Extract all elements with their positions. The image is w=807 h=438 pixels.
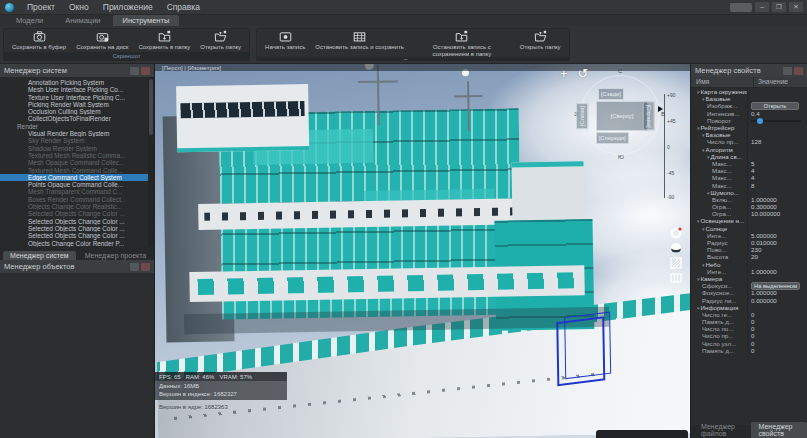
- system-list-item[interactable]: Textured Mesh Realistic Comma...: [0, 152, 148, 159]
- close-panel-button[interactable]: [141, 263, 150, 271]
- menu-item-1[interactable]: Проект: [20, 2, 62, 12]
- system-list-item[interactable]: Objects Change Color Render P...: [0, 240, 148, 247]
- property-row[interactable]: Фокусное...1.000000: [691, 289, 807, 296]
- system-list-item[interactable]: Render: [0, 123, 148, 130]
- film-grid-icon[interactable]: [670, 272, 682, 284]
- property-row[interactable]: Поворот: [691, 117, 807, 124]
- system-list-item[interactable]: CollectObjectsToFinalRender: [0, 115, 148, 122]
- ribbon-button-1-1[interactable]: Сохранить в буфер: [7, 29, 71, 52]
- system-list-item[interactable]: Picking Render Wait System: [0, 101, 148, 108]
- tab-2[interactable]: Менеджер свойств: [751, 422, 807, 438]
- record-camera-icon[interactable]: [670, 227, 682, 239]
- property-row[interactable]: ▾Солнце: [691, 225, 807, 232]
- property-row[interactable]: Число пр...128: [691, 138, 807, 145]
- menu-item-3[interactable]: Приложение: [96, 2, 160, 12]
- ribbon-button-2-3[interactable]: Остановить запись с сохранением в папку: [409, 29, 515, 57]
- property-row[interactable]: ▾Карта окружения: [691, 88, 807, 95]
- ribbon-tab-1[interactable]: Модели: [6, 15, 53, 26]
- tab-1[interactable]: Менеджер систем: [3, 251, 76, 260]
- property-row[interactable]: ▾Алгоритм: [691, 146, 807, 153]
- property-row[interactable]: Инте...1.000000: [691, 268, 807, 275]
- collapsed-panel-handle[interactable]: [596, 430, 688, 438]
- property-row[interactable]: ▾Длина св...: [691, 153, 807, 160]
- property-row[interactable]: Радиус0.010000: [691, 239, 807, 246]
- compass-face-back[interactable]: [Сзади]: [598, 88, 624, 100]
- property-row[interactable]: Число ге...0: [691, 311, 807, 318]
- viewport-3d[interactable]: [Персп] | [Изометрия] + ↺ С В Ю З [Сзади…: [155, 64, 690, 438]
- system-list-item[interactable]: Shadow Render System: [0, 145, 148, 152]
- compass-face-right[interactable]: [Справа]: [643, 101, 655, 130]
- property-row[interactable]: ▾Освещение н...: [691, 217, 807, 224]
- property-row[interactable]: ▾Рейтрейсер: [691, 124, 807, 131]
- property-row[interactable]: Число пр...0: [691, 332, 807, 339]
- navigation-compass[interactable]: С В Ю З [Сзади] [Сверху] [Спереди] [Слев…: [574, 69, 666, 161]
- ribbon-button-2-1[interactable]: Начать запись: [260, 29, 310, 57]
- property-row[interactable]: Радиус ли...0.000000: [691, 296, 807, 303]
- compass-face-left[interactable]: [Слева]: [576, 103, 588, 129]
- property-row[interactable]: Макс...8: [691, 181, 807, 188]
- window-close-button[interactable]: ✕: [789, 2, 803, 12]
- system-list-item[interactable]: Selected Objects Change Color ...: [0, 232, 148, 239]
- compass-face-top[interactable]: [Сверху]: [596, 101, 648, 131]
- property-row[interactable]: Инте...5.000000: [691, 232, 807, 239]
- menu-item-4[interactable]: Справка: [160, 2, 207, 12]
- slider-handle[interactable]: [757, 118, 763, 124]
- system-list-item[interactable]: Selected Objects Change Color ...: [0, 225, 148, 232]
- scrollbar-thumb[interactable]: [149, 79, 153, 135]
- system-list-item[interactable]: Occlusion Culling System: [0, 108, 148, 115]
- property-row[interactable]: Память д...0: [691, 318, 807, 325]
- window-minimize-button[interactable]: –: [755, 2, 769, 12]
- window-maximize-button[interactable]: ❐: [772, 2, 786, 12]
- property-row[interactable]: Число по...0: [691, 325, 807, 332]
- property-row[interactable]: ▾Информация: [691, 304, 807, 311]
- ribbon-button-1-3[interactable]: Сохранить в папку: [133, 29, 195, 52]
- property-row[interactable]: Сфокуси...На выделенном: [691, 282, 807, 289]
- property-row[interactable]: Вклю...1.000000: [691, 196, 807, 203]
- property-row[interactable]: Огра...0.300000: [691, 203, 807, 210]
- ribbon-button-1-4[interactable]: Открыть папку: [195, 29, 246, 52]
- property-row[interactable]: Макс...5: [691, 160, 807, 167]
- property-row[interactable]: ▾Небо: [691, 261, 807, 268]
- system-list-item[interactable]: Visual Render Begin System: [0, 130, 148, 137]
- add-icon[interactable]: +: [560, 66, 568, 81]
- system-list-item[interactable]: Texture User Interface Picking C...: [0, 94, 148, 101]
- system-list-item[interactable]: Mesh Transparent Command C...: [0, 188, 148, 195]
- property-row[interactable]: ▾Шумопо...: [691, 189, 807, 196]
- system-list-item[interactable]: Selected Objects Change Color ...: [0, 210, 148, 217]
- system-list-item[interactable]: Objects Change Color Realistic...: [0, 203, 148, 210]
- property-row[interactable]: Память д...0: [691, 347, 807, 354]
- slider-track[interactable]: [664, 94, 665, 198]
- ribbon-button-2-2[interactable]: Остановить запись и сохранить: [310, 29, 408, 57]
- ribbon-tab-2[interactable]: Анимации: [55, 15, 110, 26]
- slider-handle[interactable]: [658, 106, 663, 112]
- slider-track[interactable]: [751, 120, 801, 122]
- close-panel-button[interactable]: [794, 67, 803, 75]
- system-list-item[interactable]: Boxes Render Command Collect...: [0, 196, 148, 203]
- property-row[interactable]: Число узл...0: [691, 340, 807, 347]
- property-row[interactable]: Изображ...Открыть: [691, 102, 807, 109]
- property-row[interactable]: Макс...4: [691, 174, 807, 181]
- system-list-item[interactable]: Edges Command Collect System: [0, 174, 148, 181]
- undock-panel-button[interactable]: [130, 67, 139, 75]
- menu-item-2[interactable]: Окно: [62, 2, 96, 12]
- tab-2[interactable]: Менеджер проекта: [78, 251, 154, 260]
- property-row[interactable]: Интенсив...0.4: [691, 110, 807, 117]
- system-list-item[interactable]: Sky Render System: [0, 137, 148, 144]
- hatch-icon[interactable]: [670, 257, 682, 269]
- property-row[interactable]: Пово...230: [691, 246, 807, 253]
- property-row[interactable]: Огра...10.000000: [691, 210, 807, 217]
- undock-panel-button[interactable]: [783, 67, 792, 75]
- system-list-item[interactable]: Points Opaque Command Colle...: [0, 181, 148, 188]
- system-list-item[interactable]: Mesh Opaque Command Collec...: [0, 159, 148, 166]
- system-list-item[interactable]: Mesh User Interface Picking Co...: [0, 86, 148, 93]
- tab-1[interactable]: Менеджер файлов: [694, 422, 749, 438]
- property-row[interactable]: Макс...4: [691, 167, 807, 174]
- property-row[interactable]: Высота20: [691, 253, 807, 260]
- compass-face-front[interactable]: [Спереди]: [596, 132, 629, 144]
- system-list-scrollbar[interactable]: [148, 77, 154, 247]
- system-list-item[interactable]: Selected Objects Change Color ...: [0, 218, 148, 225]
- undock-panel-button[interactable]: [130, 263, 139, 271]
- property-row[interactable]: ▾Базовые: [691, 131, 807, 138]
- system-list-item[interactable]: Annotation Picking System: [0, 79, 148, 86]
- sphere-icon[interactable]: [670, 242, 682, 254]
